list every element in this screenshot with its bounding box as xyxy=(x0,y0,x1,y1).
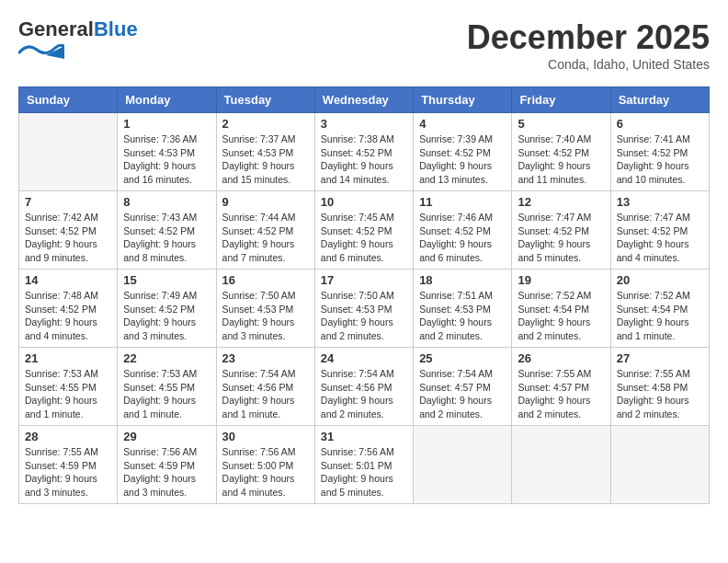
day-number: 25 xyxy=(419,351,506,365)
logo-general-text: General xyxy=(18,17,94,40)
week-row-4: 21Sunrise: 7:53 AMSunset: 4:55 PMDayligh… xyxy=(19,348,710,426)
day-number: 9 xyxy=(222,195,309,209)
calendar-cell: 18Sunrise: 7:51 AMSunset: 4:53 PMDayligh… xyxy=(414,270,512,348)
day-info: Sunrise: 7:48 AMSunset: 4:52 PMDaylight:… xyxy=(25,289,111,343)
day-number: 10 xyxy=(321,195,407,209)
calendar-cell: 14Sunrise: 7:48 AMSunset: 4:52 PMDayligh… xyxy=(19,270,118,348)
calendar-cell: 4Sunrise: 7:39 AMSunset: 4:52 PMDaylight… xyxy=(414,113,512,191)
day-info: Sunrise: 7:53 AMSunset: 4:55 PMDaylight:… xyxy=(123,367,210,421)
calendar-cell: 6Sunrise: 7:41 AMSunset: 4:52 PMDaylight… xyxy=(610,113,709,191)
calendar-cell: 16Sunrise: 7:50 AMSunset: 4:53 PMDayligh… xyxy=(216,270,314,348)
calendar-cell: 10Sunrise: 7:45 AMSunset: 4:52 PMDayligh… xyxy=(314,191,413,270)
day-info: Sunrise: 7:46 AMSunset: 4:52 PMDaylight:… xyxy=(419,211,506,265)
calendar-cell: 25Sunrise: 7:54 AMSunset: 4:57 PMDayligh… xyxy=(414,348,512,426)
day-number: 14 xyxy=(25,273,111,287)
day-info: Sunrise: 7:47 AMSunset: 4:52 PMDaylight:… xyxy=(518,211,604,265)
day-info: Sunrise: 7:40 AMSunset: 4:52 PMDaylight:… xyxy=(518,132,604,187)
day-number: 19 xyxy=(518,273,604,287)
day-info: Sunrise: 7:43 AMSunset: 4:52 PMDaylight:… xyxy=(123,211,210,265)
day-info: Sunrise: 7:36 AMSunset: 4:53 PMDaylight:… xyxy=(123,132,210,187)
calendar-cell: 1Sunrise: 7:36 AMSunset: 4:53 PMDaylight… xyxy=(118,113,216,191)
day-number: 28 xyxy=(25,430,111,443)
day-number: 30 xyxy=(222,430,309,443)
day-number: 8 xyxy=(123,195,210,209)
day-number: 13 xyxy=(617,195,703,209)
day-number: 6 xyxy=(617,117,703,131)
day-info: Sunrise: 7:55 AMSunset: 4:58 PMDaylight:… xyxy=(617,367,703,421)
day-info: Sunrise: 7:51 AMSunset: 4:53 PMDaylight:… xyxy=(419,289,506,343)
day-info: Sunrise: 7:54 AMSunset: 4:56 PMDaylight:… xyxy=(321,367,407,421)
calendar-cell: 21Sunrise: 7:53 AMSunset: 4:55 PMDayligh… xyxy=(19,348,118,426)
day-info: Sunrise: 7:56 AMSunset: 5:01 PMDaylight:… xyxy=(321,445,407,500)
column-header-sunday: Sunday xyxy=(19,87,118,113)
day-info: Sunrise: 7:56 AMSunset: 5:00 PMDaylight:… xyxy=(222,445,309,500)
day-number: 16 xyxy=(222,273,309,287)
day-number: 11 xyxy=(419,195,506,209)
day-number: 20 xyxy=(617,273,703,287)
day-number: 26 xyxy=(518,351,604,365)
day-number: 5 xyxy=(518,117,604,131)
logo: GeneralBlue xyxy=(18,18,138,59)
day-info: Sunrise: 7:55 AMSunset: 4:57 PMDaylight:… xyxy=(518,367,604,421)
day-info: Sunrise: 7:45 AMSunset: 4:52 PMDaylight:… xyxy=(321,211,407,265)
calendar-cell: 11Sunrise: 7:46 AMSunset: 4:52 PMDayligh… xyxy=(414,191,512,270)
day-number: 29 xyxy=(123,430,210,443)
day-number: 22 xyxy=(123,351,210,365)
calendar-cell: 12Sunrise: 7:47 AMSunset: 4:52 PMDayligh… xyxy=(512,191,610,270)
week-row-1: 1Sunrise: 7:36 AMSunset: 4:53 PMDaylight… xyxy=(19,113,710,191)
calendar-cell: 5Sunrise: 7:40 AMSunset: 4:52 PMDaylight… xyxy=(512,113,610,191)
calendar-cell: 3Sunrise: 7:38 AMSunset: 4:52 PMDaylight… xyxy=(314,113,413,191)
calendar-cell: 8Sunrise: 7:43 AMSunset: 4:52 PMDaylight… xyxy=(118,191,216,270)
column-header-monday: Monday xyxy=(118,87,216,113)
month-title: December 2025 xyxy=(467,18,710,57)
calendar-cell: 17Sunrise: 7:50 AMSunset: 4:53 PMDayligh… xyxy=(314,270,413,348)
day-number: 21 xyxy=(25,351,111,365)
logo-blue-text: Blue xyxy=(94,17,138,40)
day-info: Sunrise: 7:53 AMSunset: 4:55 PMDaylight:… xyxy=(25,367,111,421)
day-number: 23 xyxy=(222,351,309,365)
calendar-cell: 2Sunrise: 7:37 AMSunset: 4:53 PMDaylight… xyxy=(216,113,314,191)
calendar-cell: 30Sunrise: 7:56 AMSunset: 5:00 PMDayligh… xyxy=(216,426,314,504)
day-number: 1 xyxy=(123,117,210,131)
day-info: Sunrise: 7:49 AMSunset: 4:52 PMDaylight:… xyxy=(123,289,210,343)
calendar-cell xyxy=(19,113,118,191)
day-number: 2 xyxy=(222,117,309,131)
calendar-cell: 22Sunrise: 7:53 AMSunset: 4:55 PMDayligh… xyxy=(118,348,216,426)
day-info: Sunrise: 7:38 AMSunset: 4:52 PMDaylight:… xyxy=(321,132,407,187)
column-header-friday: Friday xyxy=(512,87,610,113)
calendar-header-row: SundayMondayTuesdayWednesdayThursdayFrid… xyxy=(19,87,710,113)
logo-wave-icon xyxy=(18,42,64,59)
day-info: Sunrise: 7:39 AMSunset: 4:52 PMDaylight:… xyxy=(419,132,506,187)
day-info: Sunrise: 7:41 AMSunset: 4:52 PMDaylight:… xyxy=(617,132,703,187)
day-number: 12 xyxy=(518,195,604,209)
day-number: 17 xyxy=(321,273,407,287)
week-row-2: 7Sunrise: 7:42 AMSunset: 4:52 PMDaylight… xyxy=(19,191,710,270)
column-header-wednesday: Wednesday xyxy=(314,87,413,113)
day-number: 24 xyxy=(321,351,407,365)
day-number: 7 xyxy=(25,195,111,209)
calendar-table: SundayMondayTuesdayWednesdayThursdayFrid… xyxy=(18,86,710,504)
week-row-5: 28Sunrise: 7:55 AMSunset: 4:59 PMDayligh… xyxy=(19,426,710,504)
day-info: Sunrise: 7:55 AMSunset: 4:59 PMDaylight:… xyxy=(25,445,111,500)
day-info: Sunrise: 7:54 AMSunset: 4:57 PMDaylight:… xyxy=(419,367,506,421)
location-text: Conda, Idaho, United States xyxy=(467,57,710,72)
day-info: Sunrise: 7:47 AMSunset: 4:52 PMDaylight:… xyxy=(617,211,703,265)
calendar-cell: 9Sunrise: 7:44 AMSunset: 4:52 PMDaylight… xyxy=(216,191,314,270)
day-number: 31 xyxy=(321,430,407,443)
calendar-cell: 31Sunrise: 7:56 AMSunset: 5:01 PMDayligh… xyxy=(314,426,413,504)
calendar-cell: 24Sunrise: 7:54 AMSunset: 4:56 PMDayligh… xyxy=(314,348,413,426)
calendar-cell: 26Sunrise: 7:55 AMSunset: 4:57 PMDayligh… xyxy=(512,348,610,426)
calendar-cell: 20Sunrise: 7:52 AMSunset: 4:54 PMDayligh… xyxy=(610,270,709,348)
calendar-cell: 7Sunrise: 7:42 AMSunset: 4:52 PMDaylight… xyxy=(19,191,118,270)
calendar-cell: 27Sunrise: 7:55 AMSunset: 4:58 PMDayligh… xyxy=(610,348,709,426)
day-info: Sunrise: 7:50 AMSunset: 4:53 PMDaylight:… xyxy=(321,289,407,343)
calendar-cell: 28Sunrise: 7:55 AMSunset: 4:59 PMDayligh… xyxy=(19,426,118,504)
column-header-saturday: Saturday xyxy=(610,87,709,113)
day-number: 3 xyxy=(321,117,407,131)
calendar-cell: 15Sunrise: 7:49 AMSunset: 4:52 PMDayligh… xyxy=(118,270,216,348)
day-info: Sunrise: 7:54 AMSunset: 4:56 PMDaylight:… xyxy=(222,367,309,421)
week-row-3: 14Sunrise: 7:48 AMSunset: 4:52 PMDayligh… xyxy=(19,270,710,348)
day-number: 27 xyxy=(617,351,703,365)
day-number: 15 xyxy=(123,273,210,287)
day-info: Sunrise: 7:44 AMSunset: 4:52 PMDaylight:… xyxy=(222,211,309,265)
